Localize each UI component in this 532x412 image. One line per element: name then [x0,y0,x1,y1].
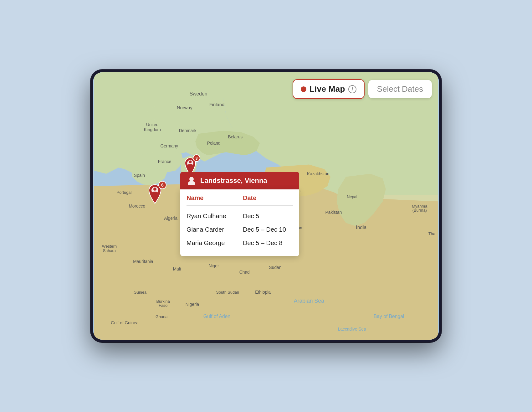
svg-text:Faso: Faso [159,303,167,308]
svg-text:Tha: Tha [428,231,436,236]
svg-text:Sahara: Sahara [103,248,116,253]
svg-text:(Burma): (Burma) [412,208,427,213]
svg-text:South Sudan: South Sudan [216,290,239,295]
svg-text:Portugal: Portugal [117,190,132,195]
svg-text:Germany: Germany [161,144,178,148]
popup-card: Landstrasse, Vienna Name Date Ryan Culha… [180,172,299,256]
popup-table-header: Name Date [187,194,293,206]
svg-text:Kingdom: Kingdom [144,127,161,132]
svg-text:Belarus: Belarus [228,135,243,139]
popup-header: Landstrasse, Vienna [180,172,299,189]
popup-row: Maria George Dec 5 – Dec 8 [187,236,293,250]
cluster-spain[interactable]: 6 [146,183,164,205]
svg-text:Laccadive Sea: Laccadive Sea [338,327,366,332]
svg-text:Bay of Bengal: Bay of Bengal [374,314,404,319]
svg-text:Pakistan: Pakistan [325,210,342,215]
svg-text:Morocco: Morocco [129,204,145,209]
svg-text:Western: Western [102,244,117,249]
svg-text:United: United [146,122,159,127]
svg-text:Algeria: Algeria [164,216,177,221]
svg-text:Spain: Spain [134,173,145,178]
popup-person-icon [187,176,197,186]
popup-table: Name Date Ryan Culhane Dec 5 Giana Carde… [180,189,299,256]
live-indicator-dot [301,86,306,92]
svg-point-48 [153,188,156,191]
popup-row-name: Maria George [187,239,243,247]
svg-text:Denmark: Denmark [179,128,197,133]
live-map-label: Live Map [309,84,345,94]
cluster-badge-spain: 6 [158,181,166,189]
svg-text:Kazakhstan: Kazakhstan [307,172,330,176]
svg-point-50 [189,161,192,163]
select-dates-button[interactable]: Select Dates [368,80,432,98]
svg-text:Niger: Niger [209,264,219,268]
popup-rows: Ryan Culhane Dec 5 Giana Carder Dec 5 – … [187,209,293,250]
cluster-badge-vienna: 3 [193,154,200,162]
svg-text:Mali: Mali [173,267,181,271]
col-date-header: Date [243,194,256,202]
svg-text:Nigeria: Nigeria [186,302,199,307]
svg-text:Chad: Chad [239,270,250,275]
svg-text:Norway: Norway [177,105,193,110]
svg-text:Sweden: Sweden [190,91,207,96]
svg-text:Gulf of Guinea: Gulf of Guinea [111,321,139,325]
svg-text:India: India [356,225,366,230]
top-bar: Live Map i Select Dates [293,79,432,99]
info-icon[interactable]: i [348,85,356,93]
svg-text:Mauritania: Mauritania [133,259,153,264]
svg-text:Poland: Poland [207,141,221,146]
popup-row: Giana Carder Dec 5 – Dec 10 [187,223,293,236]
svg-point-51 [189,177,194,181]
svg-text:Sudan: Sudan [269,265,282,270]
svg-text:Gulf of Aden: Gulf of Aden [203,314,230,319]
popup-row: Ryan Culhane Dec 5 [187,209,293,223]
popup-row-date: Dec 5 [243,213,259,220]
col-name-header: Name [187,194,243,202]
popup-location: Landstrasse, Vienna [200,177,267,185]
device-frame: Arabian Sea Gulf of Aden Bay of Bengal L… [91,70,441,342]
screen: Arabian Sea Gulf of Aden Bay of Bengal L… [93,72,439,340]
svg-text:Nepal: Nepal [347,194,357,199]
svg-text:Guinea: Guinea [134,290,147,295]
popup-row-name: Ryan Culhane [187,213,243,220]
popup-row-name: Giana Carder [187,226,243,233]
svg-text:Ethiopia: Ethiopia [255,290,271,295]
svg-text:Arabian Sea: Arabian Sea [294,298,324,304]
popup-row-date: Dec 5 – Dec 8 [243,239,283,247]
live-map-button[interactable]: Live Map i [293,79,365,99]
popup-row-date: Dec 5 – Dec 10 [243,226,286,233]
svg-text:France: France [158,159,171,164]
svg-text:Ghana: Ghana [156,314,168,319]
svg-text:Finland: Finland [209,102,224,107]
